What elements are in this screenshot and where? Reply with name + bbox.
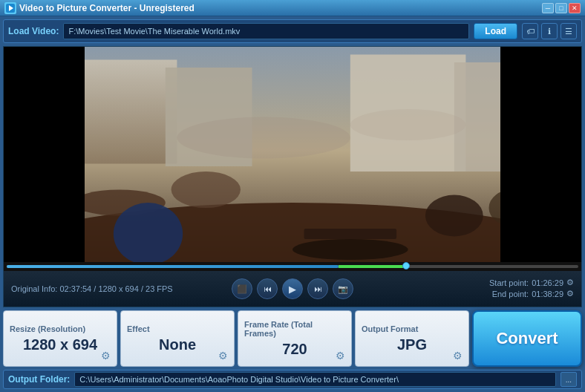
- resize-panel: Resize (Resolution) 1280 x 694 ⚙: [3, 310, 117, 367]
- prev-frame-button[interactable]: ⏮: [257, 278, 278, 299]
- bottom-panels: Resize (Resolution) 1280 x 694 ⚙ Effect …: [3, 310, 582, 367]
- app-icon: [4, 2, 16, 14]
- effect-label: Effect: [127, 324, 150, 333]
- load-video-label: Load Video:: [8, 26, 59, 36]
- window-title: Video to Picture Converter - Unregistere…: [19, 3, 542, 13]
- svg-point-9: [292, 239, 408, 260]
- video-container: Original Info: 02:37:54 / 1280 x 694 / 2…: [3, 46, 582, 307]
- original-info: Original Info: 02:37:54 / 1280 x 694 / 2…: [11, 284, 199, 293]
- effect-value: None: [159, 336, 196, 353]
- effect-panel: Effect None ⚙: [120, 310, 235, 367]
- seek-progress: [7, 265, 339, 268]
- next-frame-button[interactable]: ⏭: [307, 278, 328, 299]
- output-folder-bar: Output Folder: C:\Users\Administrator\Do…: [3, 370, 582, 389]
- stop-button[interactable]: ⬛: [232, 278, 252, 299]
- seek-track[interactable]: [7, 265, 578, 268]
- snapshot-button[interactable]: 📷: [333, 278, 353, 299]
- toolbar-icons: 🏷 ℹ ☰: [522, 23, 577, 39]
- svg-point-13: [425, 195, 483, 237]
- info-icon[interactable]: ℹ: [541, 23, 558, 39]
- seek-thumb[interactable]: [402, 262, 410, 270]
- svg-point-17: [350, 109, 466, 140]
- time-points: Start point: 01:26:29 ⚙ End point: 01:38…: [386, 278, 574, 300]
- resize-label: Resize (Resolution): [10, 324, 85, 333]
- effect-gear-icon[interactable]: ⚙: [218, 350, 228, 362]
- output-folder-path[interactable]: C:\Users\Administrator\Documents\AoaoPho…: [74, 372, 555, 387]
- resize-gear-icon[interactable]: ⚙: [101, 350, 111, 362]
- framerate-gear-icon[interactable]: ⚙: [336, 350, 345, 362]
- end-gear-icon[interactable]: ⚙: [566, 289, 574, 298]
- controls-bar: Original Info: 02:37:54 / 1280 x 694 / 2…: [4, 271, 581, 307]
- maximize-button[interactable]: □: [555, 3, 567, 13]
- list-icon[interactable]: ☰: [561, 23, 577, 39]
- svg-point-12: [171, 172, 241, 208]
- framerate-value: 720: [282, 341, 307, 358]
- start-point-label: Start point:: [489, 278, 529, 287]
- output-format-value: JPG: [397, 336, 427, 353]
- framerate-panel: Frame Rate (Total Frames) 720 ⚙: [238, 310, 352, 367]
- end-point-value: 01:38:29: [532, 290, 563, 298]
- output-format-panel: Output Format JPG ⚙: [355, 310, 469, 367]
- framerate-label: Frame Rate (Total Frames): [244, 320, 345, 338]
- svg-point-16: [177, 117, 350, 159]
- convert-button[interactable]: Convert: [472, 310, 582, 367]
- seek-segment: [339, 265, 407, 268]
- resize-value: 1280 x 694: [23, 336, 97, 353]
- output-format-label: Output Format: [362, 324, 418, 333]
- window-controls: ─ □ ✕: [542, 3, 581, 13]
- output-format-gear-icon[interactable]: ⚙: [453, 350, 463, 362]
- tag-icon[interactable]: 🏷: [522, 23, 538, 39]
- title-bar: Video to Picture Converter - Unregistere…: [0, 0, 585, 16]
- start-point-value: 01:26:29: [532, 278, 563, 287]
- start-gear-icon[interactable]: ⚙: [566, 278, 574, 287]
- close-button[interactable]: ✕: [569, 3, 581, 13]
- end-point-label: End point:: [492, 290, 529, 298]
- output-folder-label: Output Folder:: [8, 374, 70, 385]
- video-path-field[interactable]: F:\Movies\Test Movie\The Miserable World…: [63, 23, 469, 39]
- seek-bar-area[interactable]: [4, 262, 581, 271]
- load-button[interactable]: Load: [474, 23, 517, 39]
- svg-rect-10: [304, 229, 396, 239]
- playback-controls: ⬛ ⏮ ▶ ⏭ 📷: [199, 278, 387, 299]
- play-button[interactable]: ▶: [282, 278, 303, 299]
- minimize-button[interactable]: ─: [542, 3, 554, 13]
- main-container: Load Video: F:\Movies\Test Movie\The Mis…: [0, 16, 585, 392]
- svg-point-15: [114, 203, 183, 265]
- load-video-bar: Load Video: F:\Movies\Test Movie\The Mis…: [3, 19, 582, 43]
- output-browse-button[interactable]: ...: [561, 372, 577, 387]
